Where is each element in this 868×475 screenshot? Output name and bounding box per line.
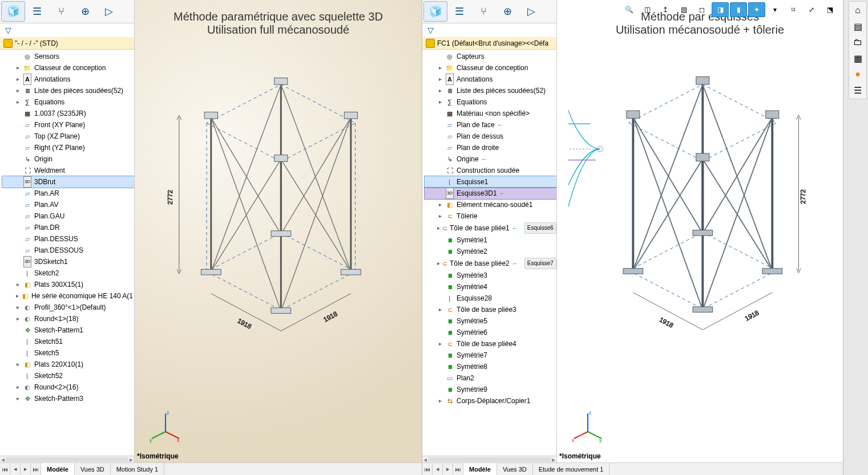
tab-motionstudy[interactable]: Motion Study 1 — [111, 463, 164, 475]
tree-item[interactable]: ▸Annotations — [425, 74, 556, 85]
tree-item[interactable]: ▸Sketch-Pattern3 — [2, 393, 134, 404]
expand-icon[interactable]: ▸ — [15, 291, 19, 301]
tree-item[interactable]: ▸Tôle de base pliée2 ←Esquisse7 — [425, 257, 556, 270]
custom-props-icon[interactable]: ☰ — [850, 83, 865, 98]
tree-item[interactable]: Origine ← — [425, 153, 556, 165]
tree-item[interactable]: ▸Liste des pièces soudées(52) — [2, 85, 134, 96]
display-style-icon[interactable]: ▧ — [675, 2, 692, 17]
expand-icon[interactable]: ▸ — [15, 382, 21, 392]
tree-item[interactable]: Right (YZ Plane) — [2, 142, 134, 153]
tab-3dviews[interactable]: Vues 3D — [75, 463, 111, 475]
tree-item[interactable]: Symétrie5 — [425, 315, 556, 327]
tree-item[interactable]: ▸Annotations — [2, 74, 134, 85]
expand-icon[interactable]: ▸ — [437, 200, 443, 210]
expand-icon[interactable]: ▸ — [15, 86, 21, 96]
tree-item[interactable]: Symétrie4 — [425, 281, 556, 293]
tree-item[interactable]: ▸Profil_360°<1>(Default) — [2, 302, 134, 313]
tree-hscroll[interactable]: ◂▸ — [0, 456, 134, 462]
tree-item[interactable]: Symétrie1 — [425, 234, 556, 246]
tab-nav-last-icon[interactable]: ⏭ — [31, 463, 41, 475]
tree-item[interactable]: Esquisse3D1 ← — [425, 188, 556, 199]
tab-propmgr-icon[interactable]: ☰ — [447, 1, 471, 22]
tree-item[interactable]: ▸Equations — [2, 96, 134, 108]
expand-icon[interactable]: ▸ — [437, 97, 443, 107]
home-icon[interactable]: ⌂ — [850, 3, 865, 18]
tree-item[interactable]: 1.0037 (S235JR) — [2, 108, 134, 119]
tree-item[interactable]: Symétrie3 — [425, 270, 556, 281]
tree-item[interactable]: Sketch-Pattern1 — [2, 324, 134, 336]
library-icon[interactable]: 🗀 — [850, 35, 865, 50]
expand-icon[interactable]: ▸ — [15, 279, 21, 290]
tree-item[interactable]: ▸Equations — [425, 96, 556, 108]
tree-item[interactable]: ▸He série économique HE 140 A(1 — [2, 290, 134, 302]
tab-configmgr-icon[interactable]: ⑂ — [49, 1, 73, 22]
tree-item[interactable]: Plan.AR — [2, 188, 134, 199]
tab-more-icon[interactable]: ▷ — [97, 1, 121, 22]
tree-item[interactable]: Capteurs — [425, 51, 556, 62]
tree-item[interactable]: Symétrie8 — [425, 361, 556, 372]
expand-icon[interactable]: ▸ — [437, 305, 443, 315]
tab-dimxpert-icon[interactable]: ⊕ — [495, 1, 519, 22]
tab-nav-next-icon[interactable]: ▸ — [21, 463, 31, 475]
expand-icon[interactable]: ▸ — [15, 74, 21, 84]
tree-item[interactable]: Plan.DR — [2, 222, 134, 233]
zoom-fit-icon[interactable]: 🔍 — [620, 2, 637, 17]
tab-nav-last-icon[interactable]: ⏭ — [453, 463, 463, 475]
tree-hscroll[interactable]: ◂▸ — [422, 456, 556, 462]
tree-item[interactable]: Plan de dessus — [425, 131, 556, 142]
tree-item[interactable]: Plan de face ← — [425, 119, 556, 131]
expand-icon[interactable]: ▸ — [437, 74, 443, 84]
funnel-icon[interactable]: ▽ — [2, 25, 14, 36]
expand-icon[interactable]: ▸ — [437, 258, 440, 269]
tree-item[interactable]: 3DBrut — [2, 176, 134, 188]
tab-3dviews[interactable]: Vues 3D — [497, 463, 533, 475]
expand-icon[interactable]: ▸ — [437, 339, 443, 349]
tree-item[interactable]: Sketch5 — [2, 347, 134, 359]
hide-show-icon[interactable]: ◻ — [693, 2, 710, 17]
tree-item[interactable]: ▸Elément mécano-soudé1 — [425, 199, 556, 210]
expand-icon[interactable]: ▸ — [437, 86, 443, 96]
tree-item[interactable]: Plan de droite — [425, 142, 556, 153]
expand-icon[interactable]: ▸ — [15, 302, 21, 312]
tree-item[interactable]: Plan.DESSOUS — [2, 245, 134, 256]
expand-icon[interactable]: ▸ — [437, 63, 443, 73]
right-viewport[interactable]: Méthode par esquisses Utilisation mécano… — [557, 0, 843, 462]
tab-featuretree-icon[interactable]: 🧊 — [423, 1, 447, 22]
tree-item[interactable]: ▸Plats 220X10(1) — [2, 359, 134, 370]
tree-item[interactable]: Origin — [2, 153, 134, 165]
section-icon[interactable]: ↥ — [657, 2, 674, 17]
view-palette-icon[interactable]: ▦ — [850, 51, 865, 66]
tree-item[interactable]: ▸Tôle de base pliée4 — [425, 338, 556, 350]
perspective-icon[interactable]: ⬔ — [821, 2, 838, 17]
tree-item[interactable]: ▸Tôlerie — [425, 210, 556, 222]
left-viewport[interactable]: Méthode paramétrique avec squelette 3D U… — [135, 0, 422, 462]
tab-more-icon[interactable]: ▷ — [519, 1, 543, 22]
edit-appearance-icon[interactable]: ⌑ — [785, 2, 802, 17]
tab-nav-next-icon[interactable]: ▸ — [443, 463, 453, 475]
tree-item[interactable]: Plan.AV — [2, 199, 134, 210]
tree-item[interactable]: Front (XY Plane) — [2, 119, 134, 131]
shaded-edges-icon[interactable]: ◨ — [712, 2, 729, 17]
tab-nav-first-icon[interactable]: ⏮ — [422, 463, 433, 475]
tree-item[interactable]: Sketch51 — [2, 336, 134, 347]
tree-item[interactable]: ▸Classeur de conception — [425, 62, 556, 74]
tree-item[interactable]: ▸Corps-Déplacer/Copier1 — [425, 395, 556, 407]
tree-item[interactable]: ▸Classeur de conception — [2, 62, 134, 74]
shaded-icon[interactable]: ▮ — [730, 2, 747, 17]
tree-item[interactable]: Plan2 — [425, 372, 556, 384]
view-orient-icon[interactable]: ◫ — [639, 2, 656, 17]
expand-icon[interactable]: ▸ — [15, 314, 21, 324]
tree-item[interactable]: Sketch2 — [2, 267, 134, 279]
tree-item[interactable]: ▸Tôle de base pliée1 ←Esquisse6 — [425, 222, 556, 234]
tree-item[interactable]: Symétrie9 — [425, 384, 556, 395]
tab-model[interactable]: Modèle — [41, 463, 75, 475]
tree-item[interactable]: Sketch52 — [2, 370, 134, 381]
tree-item[interactable]: 3DSketch1 — [2, 256, 134, 267]
tab-featuretree-icon[interactable]: 🧊 — [1, 1, 25, 22]
tab-configmgr-icon[interactable]: ⑂ — [471, 1, 495, 22]
tab-dimxpert-icon[interactable]: ⊕ — [73, 1, 97, 22]
tree-item[interactable]: ▸Round<2>(16) — [2, 381, 134, 393]
tree-item[interactable]: Symétrie2 — [425, 246, 556, 257]
tab-motionstudy[interactable]: Etude de mouvement 1 — [533, 463, 610, 475]
tab-nav-prev-icon[interactable]: ◂ — [433, 463, 443, 475]
